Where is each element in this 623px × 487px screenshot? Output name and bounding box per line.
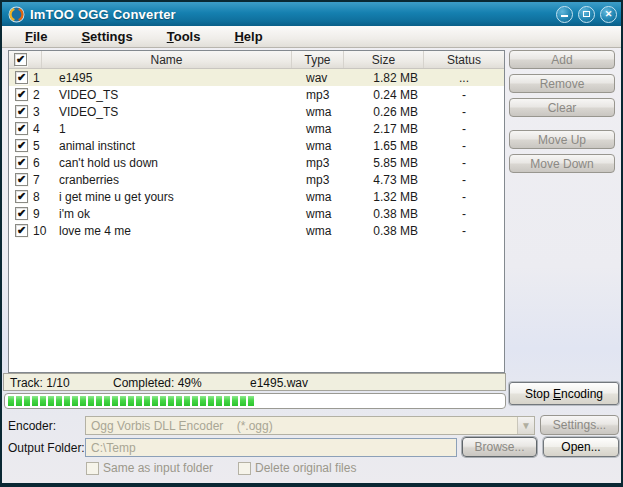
file-table: ✔ Name Type Size Status ✔ 1 e1495 wav 1.…	[8, 50, 505, 373]
status-strip: Track: 1/10 Completed: 49% e1495.wav	[3, 373, 506, 391]
encoder-label: Encoder:	[8, 419, 56, 433]
row-checkbox[interactable]: ✔	[15, 105, 28, 118]
maximize-button[interactable]	[578, 6, 595, 23]
close-button[interactable]: ✕	[600, 6, 617, 23]
row-checkbox[interactable]: ✔	[15, 190, 28, 203]
check-icon: ✔	[17, 174, 26, 185]
row-checkbox[interactable]: ✔	[15, 207, 28, 220]
table-row[interactable]: ✔ 8 i get mine u get yours wma 1.32 MB -	[9, 188, 504, 205]
minimize-button[interactable]	[556, 6, 573, 23]
row-status: -	[424, 137, 504, 154]
table-row[interactable]: ✔ 3 VIDEO_TS wma 0.26 MB -	[9, 103, 504, 120]
row-name: animal instinct	[52, 137, 292, 154]
table-row[interactable]: ✔ 2 VIDEO_TS mp3 0.24 MB -	[9, 86, 504, 103]
menu-tools[interactable]: Tools	[161, 28, 207, 45]
table-row[interactable]: ✔ 6 can't hold us down mp3 5.85 MB -	[9, 154, 504, 171]
row-number: 8	[33, 188, 52, 205]
row-number: 6	[33, 154, 52, 171]
row-name: i get mine u get yours	[52, 188, 292, 205]
row-status: -	[424, 154, 504, 171]
same-as-input-option[interactable]: ✔ Same as input folder	[86, 461, 213, 475]
menubar: File Settings Tools Help	[2, 26, 621, 48]
current-file-name: e1495.wav	[250, 376, 308, 390]
row-status: -	[424, 188, 504, 205]
row-type: wma	[292, 120, 344, 137]
column-header-checkbox[interactable]: ✔	[9, 51, 42, 68]
remove-button[interactable]: Remove	[509, 74, 615, 93]
track-counter: Track: 1/10	[10, 376, 70, 390]
row-size: 2.17 MB	[344, 120, 424, 137]
output-folder-label: Output Folder:	[8, 441, 85, 455]
row-status: -	[424, 222, 504, 239]
chevron-down-icon[interactable]: ▼	[517, 417, 534, 434]
check-icon: ✔	[17, 72, 26, 83]
row-number: 5	[33, 137, 52, 154]
open-button[interactable]: Open...	[543, 437, 619, 457]
row-type: wav	[292, 69, 344, 86]
column-header-name[interactable]: Name	[42, 51, 292, 68]
row-checkbox[interactable]: ✔	[15, 71, 28, 84]
menu-file[interactable]: File	[19, 28, 53, 45]
column-header-type[interactable]: Type	[292, 51, 344, 68]
row-checkbox[interactable]: ✔	[15, 139, 28, 152]
row-type: mp3	[292, 86, 344, 103]
output-folder-value: C:\Temp	[91, 441, 136, 455]
row-type: wma	[292, 188, 344, 205]
delete-original-label: Delete original files	[255, 461, 356, 475]
column-header-size[interactable]: Size	[344, 51, 424, 68]
row-size: 5.85 MB	[344, 154, 424, 171]
output-folder-field[interactable]: C:\Temp	[85, 438, 457, 457]
row-type: mp3	[292, 154, 344, 171]
row-checkbox[interactable]: ✔	[15, 173, 28, 186]
check-icon: ✔	[17, 123, 26, 134]
encoder-dropdown[interactable]: Ogg Vorbis DLL Encoder (*.ogg) ▼	[85, 416, 535, 435]
row-name: love me 4 me	[52, 222, 292, 239]
table-row[interactable]: ✔ 10 love me 4 me wma 0.38 MB -	[9, 222, 504, 239]
row-checkbox[interactable]: ✔	[15, 88, 28, 101]
menu-settings[interactable]: Settings	[75, 28, 138, 45]
browse-button[interactable]: Browse...	[462, 437, 537, 457]
row-name: i'm ok	[52, 205, 292, 222]
table-row[interactable]: ✔ 4 1 wma 2.17 MB -	[9, 120, 504, 137]
add-button[interactable]: Add	[509, 50, 615, 69]
menu-help[interactable]: Help	[228, 28, 268, 45]
table-row[interactable]: ✔ 9 i'm ok wma 0.38 MB -	[9, 205, 504, 222]
move-up-button[interactable]: Move Up	[509, 130, 615, 149]
progress-bar-fill	[8, 396, 254, 406]
delete-original-option[interactable]: ✔ Delete original files	[238, 461, 356, 475]
row-name: VIDEO_TS	[52, 86, 292, 103]
move-down-button[interactable]: Move Down	[509, 154, 615, 173]
stop-encoding-button[interactable]: Stop Encoding	[509, 382, 619, 405]
row-status: ...	[424, 69, 504, 86]
check-icon: ✔	[17, 208, 26, 219]
row-number: 9	[33, 205, 52, 222]
row-type: wma	[292, 205, 344, 222]
row-number: 3	[33, 103, 52, 120]
progress-bar	[4, 393, 506, 409]
table-row[interactable]: ✔ 1 e1495 wav 1.82 MB ...	[9, 69, 504, 86]
check-icon: ✔	[16, 54, 25, 65]
row-checkbox[interactable]: ✔	[15, 156, 28, 169]
same-as-input-checkbox[interactable]: ✔	[86, 462, 99, 475]
table-row[interactable]: ✔ 5 animal instinct wma 1.65 MB -	[9, 137, 504, 154]
row-checkbox[interactable]: ✔	[15, 224, 28, 237]
clear-button[interactable]: Clear	[509, 98, 615, 117]
settings-button[interactable]: Settings...	[540, 415, 619, 435]
delete-original-checkbox[interactable]: ✔	[238, 462, 251, 475]
window-title: ImTOO OGG Converter	[30, 7, 176, 22]
check-icon: ✔	[17, 140, 26, 151]
row-checkbox[interactable]: ✔	[15, 122, 28, 135]
row-name: VIDEO_TS	[52, 103, 292, 120]
row-status: -	[424, 103, 504, 120]
column-header-status[interactable]: Status	[424, 51, 504, 68]
row-size: 1.65 MB	[344, 137, 424, 154]
titlebar[interactable]: ImTOO OGG Converter ✕	[2, 2, 621, 26]
row-size: 0.38 MB	[344, 205, 424, 222]
same-as-input-label: Same as input folder	[103, 461, 213, 475]
file-table-header: ✔ Name Type Size Status	[9, 51, 504, 69]
row-status: -	[424, 171, 504, 188]
table-row[interactable]: ✔ 7 cranberries mp3 4.73 MB -	[9, 171, 504, 188]
row-size: 1.32 MB	[344, 188, 424, 205]
check-icon: ✔	[17, 191, 26, 202]
select-all-checkbox[interactable]: ✔	[14, 53, 27, 66]
